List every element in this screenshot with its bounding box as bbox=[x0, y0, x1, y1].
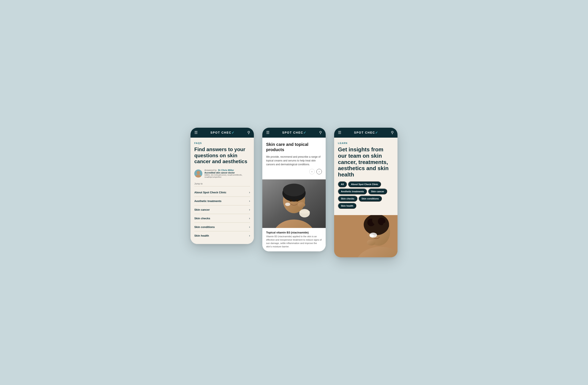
product-image-svg bbox=[262, 180, 326, 228]
learn-title: Get insights from our team on skin cance… bbox=[338, 146, 394, 178]
phone2-header: Skin care and topical products We provid… bbox=[262, 138, 326, 180]
answered-by-label: Answered by Dr Chris Miller bbox=[205, 169, 250, 171]
svg-point-13 bbox=[298, 202, 305, 207]
learn-image-svg bbox=[334, 215, 398, 257]
phone3-image bbox=[334, 215, 398, 257]
svg-point-14 bbox=[285, 203, 290, 206]
product-description: Vitamin B3 (niacinamide) applied to the … bbox=[266, 235, 322, 248]
author-credentials: MBBS, MA (VirtualComm), GradCertHlthInfo… bbox=[205, 174, 250, 178]
product-name: Topical vitamin B3 (niacinamide) bbox=[266, 231, 322, 234]
phone2-content: Skin care and topical products We provid… bbox=[262, 138, 326, 251]
jump-item-text: Aesthetic treatments bbox=[194, 200, 222, 203]
svg-point-26 bbox=[367, 240, 375, 245]
author-info: Answered by Dr Chris Miller Accredited s… bbox=[205, 169, 250, 178]
chevron-right-icon: › bbox=[249, 191, 250, 194]
phone2-product-info: Topical vitamin B3 (niacinamide) Vitamin… bbox=[262, 228, 326, 251]
author-row: Answered by Dr Chris Miller Accredited s… bbox=[194, 169, 250, 178]
logo-1: SPOT CHEC✓ bbox=[210, 131, 235, 135]
carousel-next-button[interactable]: › bbox=[316, 169, 322, 174]
chevron-right-icon: › bbox=[249, 225, 250, 229]
tag-all[interactable]: All bbox=[338, 181, 347, 187]
tag-skin-checks[interactable]: Skin checks bbox=[338, 196, 357, 202]
chevron-right-icon: › bbox=[249, 208, 250, 211]
menu-icon[interactable]: ☰ bbox=[266, 131, 270, 134]
author-avatar bbox=[194, 169, 202, 178]
navbar-1: ☰ SPOT CHEC✓ ⚲ bbox=[190, 128, 254, 138]
svg-point-9 bbox=[289, 200, 292, 202]
navbar-2: ☰ SPOT CHEC✓ ⚲ bbox=[262, 128, 326, 138]
jump-item-text: Skin cancer bbox=[194, 208, 210, 211]
carousel-nav: ‹ › bbox=[266, 169, 322, 174]
chevron-right-icon: › bbox=[249, 234, 250, 237]
tag-aesthetic[interactable]: Aesthetic treatments bbox=[338, 188, 367, 194]
svg-point-28 bbox=[370, 234, 374, 237]
author-title: Accredited skin cancer doctor bbox=[205, 172, 250, 174]
jump-item-text: Skin conditions bbox=[194, 225, 215, 229]
jump-to-label: Jump to bbox=[194, 182, 250, 186]
jump-item-skin-checks[interactable]: Skin checks › bbox=[194, 214, 250, 223]
phone-2: ☰ SPOT CHEC✓ ⚲ Skin care and topical pro… bbox=[262, 128, 326, 251]
svg-rect-3 bbox=[196, 175, 201, 178]
author-name[interactable]: Dr Chris Miller bbox=[218, 169, 234, 171]
logo-2: SPOT CHEC✓ bbox=[282, 131, 306, 135]
jump-item-skin-cancer[interactable]: Skin cancer › bbox=[194, 205, 250, 214]
section-label-faqs: FAQS bbox=[194, 142, 250, 144]
jump-item-skin-conditions[interactable]: Skin conditions › bbox=[194, 223, 250, 231]
carousel-image bbox=[262, 180, 326, 228]
jump-item-text: Skin checks bbox=[194, 217, 210, 220]
jump-item-skin-health[interactable]: Skin health › bbox=[194, 231, 250, 240]
tags-container: All About Spot Check Clinic Aesthetic tr… bbox=[338, 181, 394, 209]
search-icon[interactable]: ⚲ bbox=[391, 131, 394, 134]
navbar-3: ☰ SPOT CHEC✓ ⚲ bbox=[334, 128, 398, 138]
phone-3: ☰ SPOT CHEC✓ ⚲ LEARN Get insights from o… bbox=[334, 128, 398, 257]
jump-item-text: Skin health bbox=[194, 234, 209, 237]
avatar-svg bbox=[194, 169, 202, 178]
tag-skin-health[interactable]: Skin health bbox=[338, 203, 356, 209]
tag-skin-conditions[interactable]: Skin conditions bbox=[359, 196, 382, 202]
search-icon[interactable]: ⚲ bbox=[247, 131, 250, 134]
logo-3: SPOT CHEC✓ bbox=[354, 131, 378, 135]
search-icon[interactable]: ⚲ bbox=[319, 131, 322, 134]
skincare-title: Skin care and topical products bbox=[266, 142, 322, 152]
skincare-desc: We provide, recmmend and prescribe a ran… bbox=[266, 155, 322, 166]
tag-skin-cancer[interactable]: Skin cancer bbox=[368, 188, 387, 194]
tag-about[interactable]: About Spot Check Clinic bbox=[348, 181, 381, 187]
menu-icon[interactable]: ☰ bbox=[338, 131, 341, 134]
svg-point-12 bbox=[299, 210, 310, 214]
phone-1: ☰ SPOT CHEC✓ ⚲ FAQS Find answers to your… bbox=[190, 128, 254, 244]
phone3-content: LEARN Get insights from our team on skin… bbox=[334, 138, 398, 257]
carousel-prev-button[interactable]: ‹ bbox=[309, 169, 315, 174]
jump-item-aesthetic[interactable]: Aesthetic treatments › bbox=[194, 197, 250, 205]
phone3-header: LEARN Get insights from our team on skin… bbox=[334, 138, 398, 215]
svg-point-10 bbox=[296, 200, 299, 202]
svg-point-1 bbox=[197, 171, 200, 175]
jump-to-section: Jump to About Spot Check Clinic › Aesthe… bbox=[194, 182, 250, 240]
jump-item-text: About Spot Check Clinic bbox=[194, 191, 226, 194]
jump-list: About Spot Check Clinic › Aesthetic trea… bbox=[194, 188, 250, 240]
svg-point-8 bbox=[283, 184, 305, 196]
jump-item-about[interactable]: About Spot Check Clinic › bbox=[194, 188, 250, 197]
faqs-title: Find answers to your questions on skin c… bbox=[194, 146, 250, 165]
chevron-right-icon: › bbox=[249, 199, 250, 203]
svg-point-24 bbox=[383, 223, 389, 229]
chevron-right-icon: › bbox=[249, 217, 250, 220]
phone1-content: FAQS Find answers to your questions on s… bbox=[190, 138, 254, 244]
menu-icon[interactable]: ☰ bbox=[194, 131, 198, 134]
section-label-learn: LEARN bbox=[338, 142, 394, 144]
phones-container: ☰ SPOT CHEC✓ ⚲ FAQS Find answers to your… bbox=[190, 128, 398, 257]
